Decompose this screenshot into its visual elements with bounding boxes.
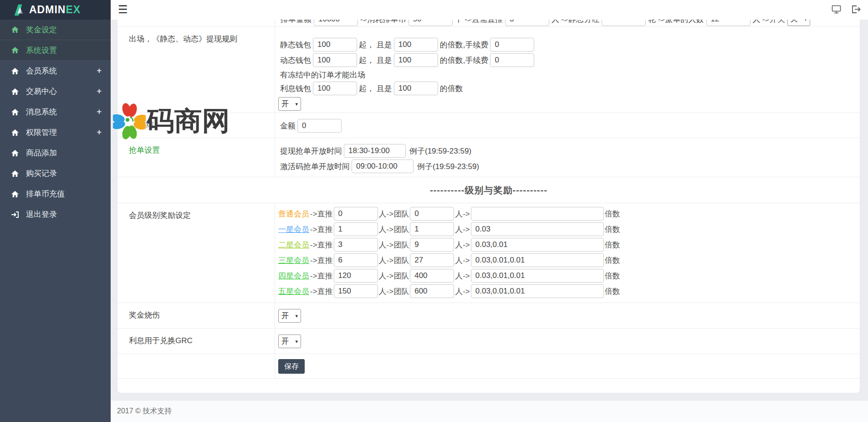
chevron-down-icon: ▾ — [295, 101, 298, 107]
sidebar-item-message-system[interactable]: 消息系统 + — [0, 102, 111, 122]
withdraw-switch-select[interactable]: 开▾ — [278, 97, 301, 111]
level-row: 三星会员 ->直推 人->团队 人-> 倍数 — [278, 253, 860, 267]
level-direct-input[interactable] — [334, 253, 378, 267]
level-multiplier-input[interactable] — [471, 238, 604, 252]
sidebar-item-system-settings[interactable]: 系统设置 — [0, 40, 111, 61]
level-multiplier-input[interactable] — [471, 284, 604, 298]
level-team-input[interactable] — [410, 238, 454, 252]
level-team-input[interactable] — [410, 284, 454, 298]
expand-plus-icon: + — [97, 87, 102, 96]
settings-card: 排单金额 ->消耗排单币 个 ->且需直推 人 ->静态分红 轮 ->派单的人数… — [117, 0, 860, 393]
level-row: 二星会员 ->直推 人->团队 人-> 倍数 — [278, 238, 860, 252]
home-icon — [11, 170, 19, 177]
sign-out-icon — [11, 211, 19, 218]
sidebar: ADMINEX 奖金设定 系统设置 会员系统 + 交易中心 + — [0, 0, 111, 422]
sidebar-item-queue-coin-recharge[interactable]: 排单币充值 — [0, 184, 111, 204]
static-wallet-min-input[interactable] — [313, 38, 357, 51]
row-withdraw-rules: 出场，《静态、动态》提现规则 静态钱包 起， 且是 的倍数,手续费 动态钱包 起… — [117, 26, 860, 113]
level-direct-input[interactable] — [334, 207, 378, 221]
static-wallet-multiple-input[interactable] — [394, 38, 438, 51]
field-label: 人-> — [455, 271, 470, 281]
app-logo-icon — [12, 3, 26, 17]
field-label: 人->团队 — [379, 240, 409, 250]
level-direct-input[interactable] — [334, 284, 378, 298]
row-amount: 冻结 金额 — [117, 113, 860, 138]
row-grab-order-settings: 抢单设置 提现抢单开放时间 例子(19:59-23:59) 激活码抢单开放时间 … — [117, 138, 860, 177]
field-label: 人->团队 — [379, 286, 409, 297]
sidebar-item-permission-mgmt[interactable]: 权限管理 + — [0, 122, 111, 143]
interest-wallet-line: 利息钱包 起， 且是 的倍数 — [278, 82, 860, 95]
level-team-input[interactable] — [410, 207, 454, 221]
field-label: 人->团队 — [379, 255, 409, 266]
level-multiplier-input[interactable] — [471, 207, 604, 221]
activation-grab-time-line: 激活码抢单开放时间 例子(19:59-23:59) — [278, 160, 860, 173]
sidebar-item-label: 交易中心 — [26, 86, 97, 97]
field-label: 人-> — [455, 286, 470, 297]
row-label: 奖金烧伤 — [117, 303, 275, 328]
field-label: 人-> — [455, 209, 470, 219]
sidebar-item-trade-center[interactable]: 交易中心 + — [0, 81, 111, 102]
home-icon — [11, 129, 19, 136]
field-label: 起， 且是 — [359, 55, 392, 66]
level-direct-input[interactable] — [334, 238, 378, 252]
static-wallet-line: 静态钱包 起， 且是 的倍数,手续费 — [278, 38, 860, 51]
topbar: ☰ — [111, 0, 868, 20]
field-label: ->直推 — [310, 255, 333, 266]
level-multiplier-input[interactable] — [471, 222, 604, 236]
withdraw-grab-time-line: 提现抢单开放时间 例子(19:59-23:59) — [278, 144, 860, 158]
row-bonus-burn: 奖金烧伤 开▾ — [117, 303, 860, 328]
interest-wallet-min-input[interactable] — [313, 82, 357, 95]
footer-copyright: 2017 © 技术支持 — [117, 407, 172, 416]
level-row: 五星会员 ->直推 人->团队 人-> 倍数 — [278, 284, 860, 298]
level-multiplier-input[interactable] — [471, 253, 604, 267]
field-label: 人->团队 — [379, 209, 409, 219]
section-heading: ----------级别与奖励---------- — [430, 184, 547, 196]
row-section-heading: ----------级别与奖励---------- — [117, 177, 860, 203]
field-label: 利息钱包 — [280, 83, 311, 94]
app-logo: ADMINEX — [0, 0, 111, 20]
bonus-burn-select[interactable]: 开▾ — [278, 309, 301, 323]
field-label: 倍数 — [605, 240, 620, 250]
field-label: 激活码抢单开放时间 — [280, 161, 350, 172]
home-icon — [11, 88, 19, 95]
obscured-label-fragment: 冻结 — [138, 119, 154, 130]
sidebar-item-label: 权限管理 — [26, 127, 97, 138]
save-button[interactable]: 保存 — [278, 359, 305, 374]
field-label: 倍数 — [605, 286, 620, 297]
sidebar-item-bonus-settings[interactable]: 奖金设定 — [0, 20, 111, 40]
sidebar-item-label: 购买记录 — [26, 168, 102, 179]
sidebar-item-label: 商品添加 — [26, 148, 102, 158]
level-team-input[interactable] — [410, 269, 454, 283]
sign-out-icon[interactable] — [851, 5, 861, 14]
page: ADMINEX 奖金设定 系统设置 会员系统 + 交易中心 + — [0, 0, 868, 422]
amount-input[interactable] — [297, 119, 342, 133]
row-label-cell — [117, 354, 275, 378]
interest-grc-select[interactable]: 开▾ — [278, 335, 301, 348]
dynamic-wallet-multiple-input[interactable] — [394, 53, 438, 67]
level-row: 普通会员 ->直推 人->团队 人-> 倍数 — [278, 207, 860, 221]
sidebar-item-member-system[interactable]: 会员系统 + — [0, 61, 111, 81]
static-wallet-fee-input[interactable] — [490, 38, 534, 51]
desktop-icon[interactable] — [832, 5, 841, 14]
activation-grab-time-input[interactable] — [352, 160, 414, 173]
app-logo-text: ADMINEX — [29, 4, 81, 16]
field-label: 的倍数,手续费 — [440, 55, 489, 66]
level-team-input[interactable] — [410, 222, 454, 236]
field-label: 金额 — [280, 121, 296, 131]
interest-wallet-multiple-input[interactable] — [394, 82, 438, 95]
field-label: 人-> — [455, 255, 470, 266]
dynamic-wallet-min-input[interactable] — [313, 53, 357, 67]
level-team-input[interactable] — [410, 253, 454, 267]
level-multiplier-input[interactable] — [471, 269, 604, 283]
withdraw-grab-time-input[interactable] — [344, 144, 406, 158]
hamburger-menu-icon[interactable]: ☰ — [118, 3, 128, 16]
sidebar-item-purchase-records[interactable]: 购买记录 — [0, 163, 111, 184]
field-label: 起， 且是 — [359, 40, 392, 50]
sidebar-item-logout[interactable]: 退出登录 — [0, 204, 111, 225]
home-icon — [11, 108, 19, 116]
level-direct-input[interactable] — [334, 269, 378, 283]
level-direct-input[interactable] — [334, 222, 378, 236]
sidebar-item-label: 奖金设定 — [26, 25, 102, 35]
dynamic-wallet-fee-input[interactable] — [490, 53, 534, 67]
sidebar-item-add-product[interactable]: 商品添加 — [0, 143, 111, 163]
